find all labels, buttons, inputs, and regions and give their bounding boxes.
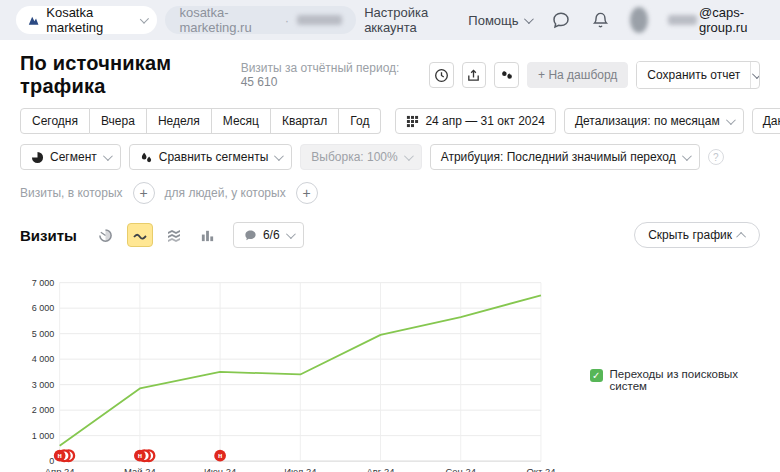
chevron-up-icon	[736, 231, 746, 241]
svg-text:Апр 24: Апр 24	[45, 466, 75, 472]
notifications-bell-icon[interactable]	[591, 10, 610, 30]
visits-period-summary: Визиты за отчётный период: 45 610	[241, 61, 415, 89]
svg-text:н: н	[57, 451, 61, 460]
svg-text:Сен 24: Сен 24	[446, 466, 476, 472]
compare-segments-dropdown[interactable]: Сравнить сегменты	[129, 144, 293, 170]
save-report-button[interactable]: Сохранить отчет	[637, 62, 750, 88]
chart-type-columns-button[interactable]	[195, 223, 221, 247]
history-clock-button[interactable]	[429, 62, 454, 88]
dot-separator: ·	[285, 13, 289, 28]
svg-text:7 000: 7 000	[32, 278, 55, 288]
detail-dropdown[interactable]: Детализация: по месяцам	[564, 108, 744, 134]
counter-name: Kosatka marketing	[46, 5, 132, 35]
legend-checkbox-checked[interactable]: ✓	[590, 369, 603, 382]
hide-chart-button[interactable]: Скрыть график	[634, 222, 760, 248]
counter-domain-pill[interactable]: kosatka-marketing.ru ·	[165, 6, 356, 34]
attribution-dropdown[interactable]: Атрибуция: Последний значимый переход	[430, 144, 700, 170]
account-settings-link[interactable]: Настройка аккаунта	[364, 5, 448, 35]
svg-text:2 000: 2 000	[32, 405, 55, 415]
svg-text:Май 24: Май 24	[124, 466, 156, 472]
chevron-down-icon	[286, 229, 296, 239]
chat-icon[interactable]	[551, 10, 571, 30]
period-tab-week[interactable]: Неделя	[147, 108, 212, 134]
visits-period-value: 45 610	[241, 75, 278, 89]
visits-line-chart[interactable]: 01 0002 0003 0004 0005 0006 0007 000Апр …	[20, 256, 572, 472]
sampling-dropdown[interactable]: Выборка: 100%	[300, 144, 421, 170]
save-report-group: Сохранить отчет	[636, 61, 760, 89]
period-tab-yesterday[interactable]: Вчера	[90, 108, 147, 134]
help-menu[interactable]: Помощь	[468, 13, 530, 28]
svg-text:6 000: 6 000	[32, 303, 55, 313]
page-title: По источникам трафика	[20, 52, 241, 98]
svg-text:Окт 24: Окт 24	[526, 466, 555, 472]
svg-text:н: н	[138, 451, 142, 460]
comments-count: 6/6	[263, 228, 280, 242]
segment-dropdown[interactable]: Сегмент	[20, 144, 121, 170]
svg-text:1 000: 1 000	[32, 431, 55, 441]
export-share-button[interactable]	[462, 62, 487, 88]
period-tab-year[interactable]: Год	[339, 108, 381, 134]
email-prefix-blurred	[668, 15, 697, 25]
save-report-dropdown[interactable]	[750, 62, 759, 88]
commas-button[interactable]	[494, 62, 519, 88]
chevron-down-icon	[752, 69, 760, 79]
chart-type-areas-button[interactable]	[161, 223, 187, 247]
data-mode-dropdown[interactable]: Данные: с роботами	[752, 108, 780, 134]
svg-text:н: н	[218, 451, 222, 460]
add-people-condition-button[interactable]: +	[296, 182, 318, 204]
pie-segment-icon	[31, 151, 44, 164]
add-visit-condition-button[interactable]: +	[133, 182, 155, 204]
metrica-logo-icon	[28, 13, 39, 27]
top-header-bar: Kosatka marketing kosatka-marketing.ru ·…	[0, 0, 780, 40]
legend-item-search-traffic[interactable]: ✓ Переходы из поисковых систем	[590, 368, 760, 472]
period-tab-month[interactable]: Месяц	[212, 108, 271, 134]
help-icon[interactable]: ?	[708, 149, 724, 165]
chevron-down-icon	[274, 151, 284, 161]
svg-text:Авг 24: Авг 24	[367, 466, 395, 472]
svg-text:3 000: 3 000	[32, 380, 55, 390]
date-range-button[interactable]: 24 апр — 31 окт 2024	[395, 108, 555, 134]
comments-dropdown[interactable]: 6/6	[233, 222, 304, 248]
counter-domain: kosatka-marketing.ru	[179, 5, 276, 35]
metric-label: Визиты	[20, 227, 77, 244]
add-to-dashboard-button[interactable]: + На дашборд	[527, 62, 628, 88]
chevron-down-icon	[404, 151, 414, 161]
svg-text:Июн 24: Июн 24	[204, 466, 236, 472]
svg-text:Июл 24: Июл 24	[284, 466, 316, 472]
chevron-down-icon	[103, 151, 113, 161]
user-avatar[interactable]	[630, 7, 648, 33]
svg-text:5 000: 5 000	[32, 329, 55, 339]
legend-label: Переходы из поисковых систем	[610, 368, 760, 392]
chevron-down-icon	[524, 14, 534, 24]
svg-text:4 000: 4 000	[32, 354, 55, 364]
counter-selector[interactable]: Kosatka marketing	[16, 6, 157, 34]
chevron-down-icon	[139, 14, 148, 23]
compare-drops-icon	[140, 151, 153, 164]
email-domain: @caps-group.ru	[699, 5, 764, 35]
chart-type-pie-button[interactable]	[93, 223, 119, 247]
period-tab-quarter[interactable]: Квартал	[271, 108, 339, 134]
chevron-down-icon	[726, 115, 736, 125]
chevron-down-icon	[682, 151, 692, 161]
chart-type-line-button[interactable]	[127, 223, 153, 247]
period-tabs: Сегодня Вчера Неделя Месяц Квартал Год	[20, 108, 381, 134]
people-condition-label: для людей, у которых	[165, 186, 286, 200]
comment-bubble-icon	[244, 229, 257, 242]
user-email[interactable]: @caps-group.ru	[668, 5, 764, 35]
calendar-grid-icon	[406, 115, 419, 128]
visits-condition-label: Визиты, в которых	[20, 186, 123, 200]
counter-id-blurred	[297, 15, 342, 25]
period-tab-today[interactable]: Сегодня	[20, 108, 90, 134]
